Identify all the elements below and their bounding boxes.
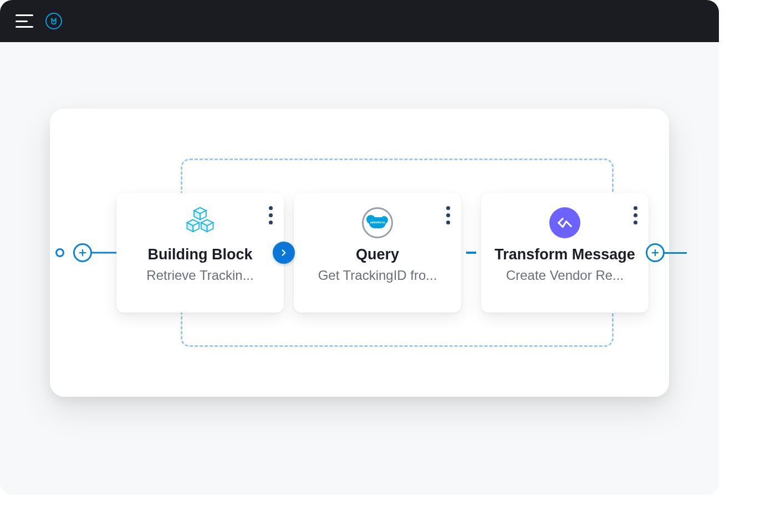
card-query[interactable]: salesforce Query Get TrackingID fro... bbox=[294, 193, 461, 313]
add-step-start-button[interactable] bbox=[73, 243, 92, 262]
card-subtitle: Get TrackingID fro... bbox=[318, 268, 437, 283]
connector-line bbox=[466, 252, 476, 254]
app-frame: Building Block Retrieve Trackin... bbox=[0, 0, 719, 495]
card-title: Transform Message bbox=[494, 246, 635, 263]
canvas-background: Building Block Retrieve Trackin... bbox=[0, 42, 719, 495]
kebab-menu-icon[interactable] bbox=[446, 206, 450, 224]
card-building-block[interactable]: Building Block Retrieve Trackin... bbox=[116, 193, 284, 313]
menu-icon[interactable] bbox=[16, 14, 33, 28]
expand-chevron-icon[interactable] bbox=[273, 242, 295, 264]
card-title: Building Block bbox=[148, 246, 253, 263]
transform-icon bbox=[549, 207, 580, 238]
flow-end-node bbox=[646, 243, 687, 262]
card-subtitle: Create Vendor Re... bbox=[506, 268, 624, 283]
card-subtitle: Retrieve Trackin... bbox=[146, 268, 253, 283]
cubes-icon bbox=[184, 206, 216, 240]
card-transform-message[interactable]: Transform Message Create Vendor Re... bbox=[481, 193, 649, 313]
flow-cards-row: Building Block Retrieve Trackin... bbox=[105, 193, 669, 313]
start-dot-icon bbox=[55, 248, 64, 257]
topbar bbox=[0, 0, 719, 42]
card-title: Query bbox=[356, 246, 399, 263]
mulesoft-logo-icon bbox=[45, 13, 62, 29]
kebab-menu-icon[interactable] bbox=[634, 206, 637, 224]
flow-start-node bbox=[55, 243, 92, 262]
connector-line bbox=[665, 252, 687, 254]
flow-canvas-panel: Building Block Retrieve Trackin... bbox=[50, 109, 669, 397]
kebab-menu-icon[interactable] bbox=[269, 206, 273, 224]
salesforce-icon: salesforce bbox=[362, 207, 393, 238]
add-step-end-button[interactable] bbox=[646, 243, 665, 262]
